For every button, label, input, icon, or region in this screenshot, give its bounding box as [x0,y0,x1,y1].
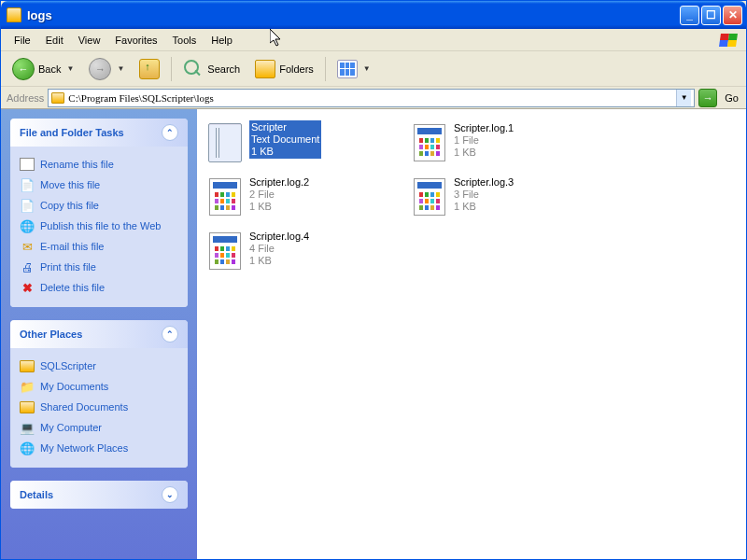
task-link[interactable]: Print this file [20,257,178,277]
text-document-icon [208,123,242,162]
file-size: 1 KB [251,146,319,158]
file-type: Text Document [251,133,319,146]
mail-icon [20,239,35,254]
place-link[interactable]: My Computer [20,417,178,438]
chevron-up-icon[interactable]: ⌃ [162,326,178,343]
pane-title: Other Places [20,329,82,340]
window-title: logs [27,8,52,22]
file-item[interactable]: Scripter.log.33 File1 KB [409,173,610,225]
go-label: Go [721,92,742,104]
place-label: My Network Places [40,442,128,454]
pane-title: File and Folder Tasks [20,127,124,138]
search-icon [183,59,204,79]
task-link[interactable]: Publish this file to the Web [20,216,178,236]
place-link[interactable]: My Documents [20,376,178,397]
back-button[interactable]: ← Back ▼ [7,54,79,84]
search-label: Search [207,63,240,75]
folder-icon [20,399,35,414]
pane-header[interactable]: Details ⌄ [10,481,188,509]
file-type: 4 File [249,243,309,255]
file-item[interactable]: Scripter.log.22 File1 KB [204,173,405,225]
place-label: SQLScripter [40,360,96,371]
minimize-button[interactable]: _ [680,6,699,25]
file-item[interactable]: ScripterText Document1 KB [204,119,405,171]
task-link[interactable]: Delete this file [20,277,178,298]
place-link[interactable]: Shared Documents [20,397,178,417]
file-size: 1 KB [454,147,514,159]
chevron-down-icon[interactable]: ▼ [64,64,74,73]
address-input[interactable] [68,92,672,104]
task-link[interactable]: Rename this file [20,154,178,175]
print-icon [20,259,35,274]
maximize-button[interactable]: ☐ [701,6,721,25]
file-type: 2 File [249,189,309,201]
go-button[interactable]: → [698,89,717,107]
pane-header[interactable]: File and Folder Tasks ⌃ [10,119,188,147]
file-folder-tasks-pane: File and Folder Tasks ⌃ Rename this file… [10,119,188,307]
move-icon [20,177,35,192]
file-size: 1 KB [454,201,514,213]
menu-bar: File Edit View Favorites Tools Help [1,29,746,51]
up-folder-icon [139,59,160,79]
titlebar[interactable]: logs _ ☐ ✕ [1,1,746,29]
folders-label: Folders [279,63,314,75]
content-area: File and Folder Tasks ⌃ Rename this file… [1,109,746,559]
file-name: Scripter.log.3 [454,176,514,189]
file-icon [209,232,241,270]
folder-icon [51,92,64,104]
task-link[interactable]: Move this file [20,175,178,195]
up-button[interactable] [134,55,165,83]
address-box[interactable]: ▼ [48,89,695,107]
folder-icon [20,358,35,373]
chevron-down-icon[interactable]: ▼ [361,64,371,73]
separator [171,57,172,81]
task-label: Publish this file to the Web [40,220,161,231]
file-area[interactable]: ScripterText Document1 KBScripter.log.11… [197,109,746,559]
menu-help[interactable]: Help [204,33,240,48]
task-label: E-mail this file [40,241,104,252]
file-item[interactable]: Scripter.log.44 File1 KB [204,227,405,279]
search-button[interactable]: Search [177,55,246,83]
side-panel: File and Folder Tasks ⌃ Rename this file… [1,109,197,559]
address-label: Address [7,92,44,104]
menu-file[interactable]: File [7,33,38,48]
task-link[interactable]: E-mail this file [20,236,178,257]
toolbar: ← Back ▼ → ▼ Search Folders ▼ [1,51,746,87]
menu-tools[interactable]: Tools [165,33,204,48]
menu-favorites[interactable]: Favorites [107,33,164,48]
task-link[interactable]: Copy this file [20,195,178,216]
close-button[interactable]: ✕ [723,6,742,25]
web-icon [20,218,35,233]
file-icon [414,124,445,161]
details-pane: Details ⌄ [10,481,188,509]
forward-button[interactable]: → ▼ [83,54,130,84]
file-icon [209,178,241,216]
pane-header[interactable]: Other Places ⌃ [10,320,188,348]
back-label: Back [38,63,61,75]
address-dropdown-button[interactable]: ▼ [676,90,691,106]
views-button[interactable]: ▼ [331,56,376,82]
forward-icon: → [89,58,111,80]
address-bar: Address ▼ → Go [1,87,746,109]
place-label: Shared Documents [40,401,128,413]
pane-title: Details [20,489,53,500]
task-label: Rename this file [40,159,114,170]
place-link[interactable]: SQLScripter [20,356,178,376]
task-label: Move this file [40,179,100,190]
file-type: 3 File [454,189,514,201]
file-item[interactable]: Scripter.log.11 File1 KB [409,119,610,171]
folders-button[interactable]: Folders [249,56,319,82]
chevron-up-icon[interactable]: ⌃ [162,124,178,141]
menu-view[interactable]: View [71,33,108,48]
file-name: Scripter.log.2 [249,176,309,189]
file-size: 1 KB [249,201,309,213]
chevron-down-icon[interactable]: ⌄ [162,486,178,503]
file-icon [414,178,445,216]
place-label: My Computer [40,422,102,433]
docs-icon [20,379,35,394]
chevron-down-icon[interactable]: ▼ [115,64,124,73]
place-link[interactable]: My Network Places [20,438,178,458]
explorer-window: logs _ ☐ ✕ File Edit View Favorites Tool… [0,0,747,560]
copy-icon [20,198,35,213]
menu-edit[interactable]: Edit [38,33,71,48]
